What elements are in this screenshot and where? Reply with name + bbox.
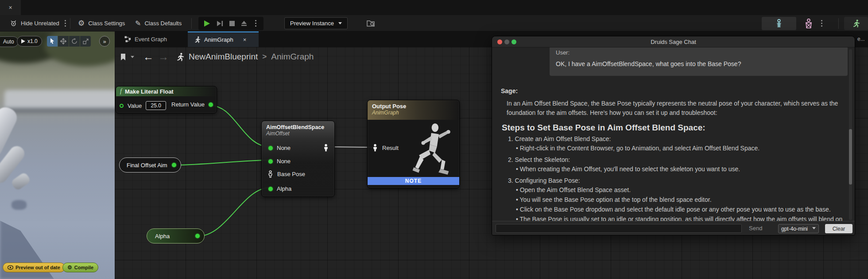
- runner-icon: [852, 20, 860, 28]
- step-bullet: • You will see the Base Pose option at t…: [516, 196, 848, 204]
- step-bullet: • Open the Aim Offset Blend Space asset.: [516, 186, 848, 194]
- user-message-bubble: User: OK, I have a AimOffsetBlendSpace, …: [550, 47, 848, 76]
- cursor-icon: [50, 38, 55, 44]
- expand-toolbar-button[interactable]: »: [99, 36, 110, 47]
- move-icon: [60, 38, 66, 44]
- preview-viewport[interactable]: Auto x1.0 » Preview out of dat: [0, 31, 115, 279]
- select-tool-button[interactable]: [47, 36, 58, 47]
- window-tab-close-button[interactable]: ×: [0, 0, 21, 15]
- preview-instance-dropdown[interactable]: Preview Instance: [284, 17, 348, 29]
- note-badge: NOTE: [368, 177, 459, 185]
- compile-button[interactable]: ⚙ Compile: [62, 263, 98, 272]
- return-value-pin[interactable]: [209, 102, 213, 107]
- tab-anim-graph[interactable]: AnimGraph ×: [188, 31, 259, 47]
- aim-offset-in-pin-2[interactable]: [268, 159, 273, 164]
- play-icon: [21, 39, 25, 43]
- main-toolbar: Hide Unrelated ⚙ Class Settings ✎ Class …: [0, 15, 868, 31]
- play-button[interactable]: [204, 20, 210, 27]
- chat-scrollbar-thumb[interactable]: [849, 129, 852, 185]
- sage-intro-text: In an Aim Offset Blend Space, the Base P…: [507, 99, 844, 118]
- close-tab-icon[interactable]: ×: [243, 36, 247, 43]
- playback-speed-button[interactable]: x1.0: [17, 36, 42, 47]
- rotate-icon: [71, 38, 78, 44]
- gear-icon: ⚙: [78, 19, 85, 28]
- step-title: 1. Create an Aim Offset Blend Space:: [508, 135, 848, 143]
- step-title: 2. Select the Skeleton:: [508, 156, 848, 164]
- mesh-asset-button[interactable]: [804, 15, 824, 31]
- rotate-tool-button[interactable]: [69, 36, 80, 47]
- runner-icon: [194, 36, 201, 43]
- app-root: × Hide Unrelated ⚙ Class Settings ✎ Clas…: [0, 0, 868, 279]
- graph-icon: [124, 36, 131, 43]
- node-alpha-variable[interactable]: Alpha: [147, 228, 205, 244]
- value-input-pin[interactable]: [120, 104, 124, 108]
- result-pose-pin[interactable]: [372, 144, 378, 152]
- aim-offset-pose-output-pin[interactable]: [323, 144, 329, 152]
- folder-search-icon: [367, 20, 376, 28]
- chat-titlebar[interactable]: Druids Sage Chat: [492, 36, 855, 47]
- send-button[interactable]: Send: [749, 225, 762, 232]
- chat-message-area[interactable]: User: OK, I have a AimOffsetBlendSpace, …: [492, 47, 855, 222]
- class-settings-button[interactable]: ⚙ Class Settings: [78, 15, 125, 31]
- step-bullet: • Click on the Base Pose dropdown and se…: [516, 205, 848, 213]
- pose-pin-icon[interactable]: [267, 170, 273, 178]
- node-aim-offset-blend-space[interactable]: AimOffsetBlendSpace AimOffset None None …: [261, 121, 335, 197]
- background-blur: [4, 108, 115, 113]
- node-final-offset-aim[interactable]: Final Offset Aim: [119, 157, 181, 173]
- hide-unrelated-button[interactable]: Hide Unrelated: [10, 15, 68, 31]
- hide-unrelated-options-icon[interactable]: [65, 23, 66, 24]
- pencil-icon: ✎: [135, 19, 141, 28]
- skeleton-icon: [775, 19, 783, 28]
- play-options-icon[interactable]: [255, 23, 256, 24]
- aim-offset-alpha-pin[interactable]: [268, 187, 273, 191]
- chat-window-title: Druids Sage Chat: [492, 39, 855, 45]
- node-make-literal-float[interactable]: f Make Literal Float Value 25.0 Return V…: [116, 86, 217, 114]
- overflow-tab-label[interactable]: e...: [857, 36, 865, 42]
- aim-offset-in-pin-1[interactable]: [268, 146, 273, 150]
- function-icon: f: [120, 88, 122, 95]
- step-bullet: • Right-click in the Content Browser, go…: [516, 144, 848, 152]
- skeleton-asset-button[interactable]: [762, 17, 796, 30]
- eject-button[interactable]: [241, 20, 247, 26]
- scale-icon: [83, 39, 89, 44]
- value-input-field[interactable]: 25.0: [146, 101, 166, 110]
- play-controls: [198, 17, 264, 30]
- mesh-options-icon[interactable]: [821, 23, 822, 24]
- chevron-down-icon: [338, 22, 342, 26]
- hide-unrelated-icon: [10, 20, 17, 27]
- robot-hand: [10, 172, 31, 191]
- double-chevron-icon: »: [103, 38, 106, 45]
- stop-button[interactable]: [229, 21, 235, 26]
- sage-heading: Steps to Set Base Pose in Aim Offset Ble…: [502, 123, 705, 133]
- close-icon: ×: [8, 4, 12, 11]
- animgraph-asset-button[interactable]: [844, 17, 868, 30]
- scale-tool-button[interactable]: [80, 36, 91, 47]
- model-select[interactable]: gpt-4o-mini: [778, 224, 819, 233]
- clear-button[interactable]: Clear: [825, 224, 852, 233]
- class-defaults-button[interactable]: ✎ Class Defaults: [135, 15, 182, 31]
- move-tool-button[interactable]: [58, 36, 69, 47]
- preview-out-of-date-button[interactable]: Preview out of date: [3, 263, 65, 272]
- user-message-text: OK, I have a AimOffsetBlendSpace, what g…: [556, 60, 841, 67]
- browse-asset-button[interactable]: [367, 15, 376, 31]
- mannequin-preview-image: [407, 122, 457, 177]
- model-select-value: gpt-4o-mini: [781, 226, 808, 232]
- step-bullet: • When creating the Aim Offset, you'll n…: [516, 165, 848, 173]
- sage-label: Sage:: [501, 87, 518, 94]
- chat-scrollbar[interactable]: [849, 49, 852, 220]
- window-titlebar: ×: [0, 0, 868, 15]
- node-output-pose[interactable]: Output Pose AnimGraph Result: [367, 100, 460, 189]
- auto-button[interactable]: Auto: [0, 36, 19, 47]
- final-offset-aim-output-pin[interactable]: [172, 163, 176, 167]
- tab-event-graph[interactable]: Event Graph: [118, 31, 173, 47]
- step-forward-button[interactable]: [217, 20, 223, 27]
- user-label: User:: [556, 49, 841, 56]
- chat-input-bar: Send gpt-4o-mini Clear: [492, 221, 855, 235]
- chat-input[interactable]: [496, 224, 742, 233]
- druids-sage-chat-window: Druids Sage Chat User: OK, I have a AimO…: [492, 36, 855, 236]
- sage-steps-list: 1. Create an Aim Offset Blend Space: • R…: [508, 135, 848, 222]
- alpha-output-pin[interactable]: [195, 234, 200, 238]
- chevron-down-icon: [812, 227, 816, 231]
- toolbar-separator: [191, 18, 192, 29]
- viewport-tool-group: [47, 36, 91, 47]
